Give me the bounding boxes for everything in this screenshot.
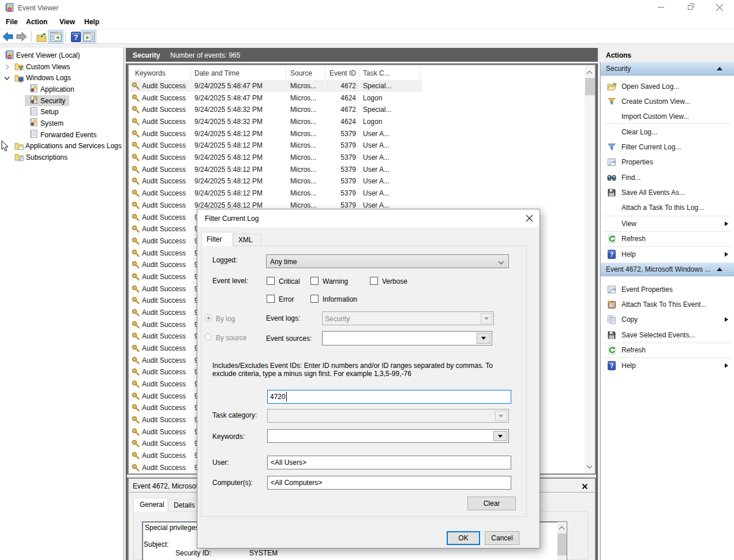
svg-text:?: ? — [74, 33, 78, 42]
svg-text:?: ? — [610, 362, 614, 369]
svg-text:?: ? — [610, 251, 614, 258]
